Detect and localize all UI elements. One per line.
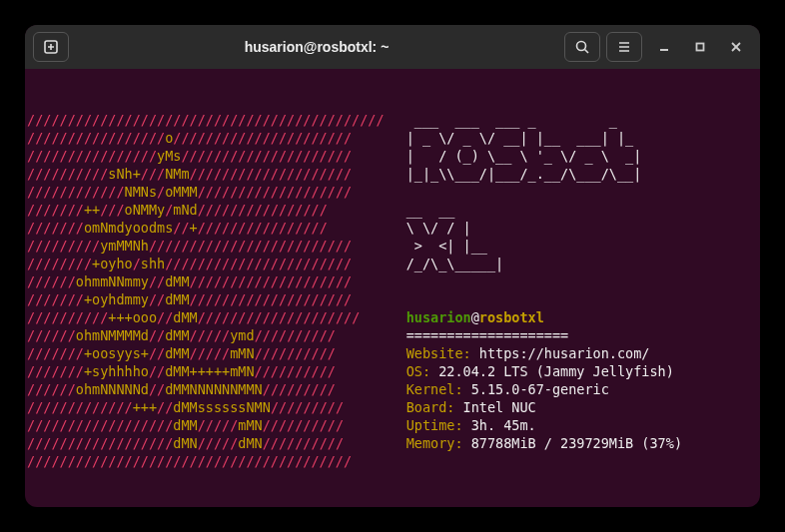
kernel-label: Kernel: <box>406 381 463 397</box>
uptime-label: Uptime: <box>406 417 463 433</box>
uptime-value: 3h. 45m. <box>471 417 536 433</box>
search-button[interactable] <box>564 32 600 62</box>
os-value: 22.04.2 LTS (Jammy Jellyfish) <box>438 363 674 379</box>
ascii-banner: ___ ___ ___ _ _ | _ \/ _ \/ __| |__ ___|… <box>406 111 682 272</box>
os-label: OS: <box>406 363 430 379</box>
search-icon <box>574 39 590 55</box>
ascii-art-logo: ////////////////////////////////////////… <box>27 111 385 470</box>
svg-point-3 <box>577 42 586 51</box>
info-column: ___ ___ ___ _ _ | _ \/ _ \/ __| |__ ___|… <box>406 111 682 470</box>
motd: ////////////////////////////////////////… <box>27 111 758 470</box>
close-button[interactable] <box>720 32 752 62</box>
website-value: https://husarion.com/ <box>479 345 650 361</box>
motd-user: husarion <box>406 309 471 325</box>
minimize-icon <box>658 41 670 53</box>
hamburger-icon <box>616 39 632 55</box>
maximize-icon <box>694 41 706 53</box>
memory-label: Memory: <box>406 435 463 451</box>
memory-value: 87788MiB / 239729MiB (37%) <box>471 435 682 451</box>
menu-button[interactable] <box>606 32 642 62</box>
motd-separator: ==================== <box>406 327 569 343</box>
maximize-button[interactable] <box>684 32 716 62</box>
svg-line-4 <box>585 50 589 54</box>
motd-host: rosbotxl <box>479 309 544 325</box>
line-blank <box>406 291 414 307</box>
minimize-button[interactable] <box>648 32 680 62</box>
terminal-content[interactable]: ////////////////////////////////////////… <box>25 69 760 507</box>
close-icon <box>730 41 742 53</box>
window-title: husarion@rosbotxl: ~ <box>75 39 558 55</box>
kernel-value: 5.15.0-67-generic <box>471 381 609 397</box>
board-value: Intel NUC <box>463 399 536 415</box>
titlebar: husarion@rosbotxl: ~ <box>25 25 760 69</box>
board-label: Board: <box>406 399 455 415</box>
svg-rect-9 <box>697 44 704 51</box>
website-label: Website: <box>406 345 471 361</box>
new-tab-button[interactable] <box>33 32 69 62</box>
terminal-window: husarion@rosbotxl: ~ ///////////////////… <box>25 25 760 507</box>
